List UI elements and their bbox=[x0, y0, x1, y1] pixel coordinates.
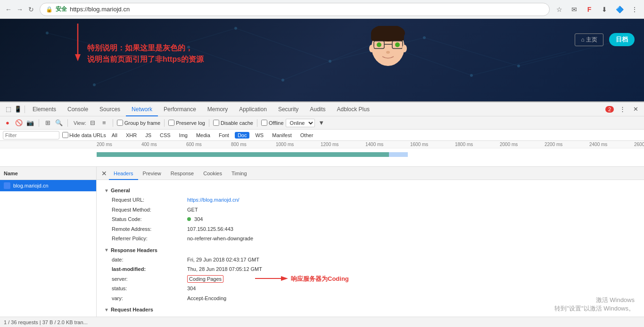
devtools-device-icon[interactable]: 📱 bbox=[13, 105, 23, 114]
feedly-icon[interactable]: F bbox=[584, 4, 595, 15]
server-highlight: Coding Pages bbox=[187, 275, 223, 283]
arrow-annotation bbox=[73, 24, 83, 66]
view-grid-button[interactable]: ⊟ bbox=[88, 118, 98, 128]
general-section-header[interactable]: General bbox=[104, 188, 636, 193]
right-arrow-svg bbox=[255, 275, 288, 282]
timeline-area: 200 ms 400 ms 600 ms 800 ms 1000 ms 1200… bbox=[0, 141, 644, 167]
tab-adblock[interactable]: Adblock Plus bbox=[331, 102, 375, 116]
filter-manifest-button[interactable]: Manifest bbox=[269, 132, 295, 139]
throttle-more-button[interactable]: ▼ bbox=[317, 118, 326, 128]
details-tab-cookies[interactable]: Cookies bbox=[198, 167, 227, 180]
group-frame-checkbox[interactable]: Group by frame bbox=[117, 120, 160, 126]
tab-console[interactable]: Console bbox=[62, 102, 94, 116]
tick-600: 600 ms bbox=[186, 142, 231, 147]
filter-doc-button[interactable]: Doc bbox=[235, 132, 250, 139]
network-item-blog[interactable]: blog.mariojd.cn bbox=[0, 180, 96, 191]
tab-application[interactable]: Application bbox=[233, 102, 272, 116]
filter-img-button[interactable]: Img bbox=[176, 132, 190, 139]
response-status-row: status: 304 bbox=[104, 284, 636, 294]
details-tab-headers[interactable]: Headers bbox=[109, 167, 138, 180]
tab-elements[interactable]: Elements bbox=[27, 102, 62, 116]
refresh-button[interactable]: ↻ bbox=[26, 5, 36, 14]
preserve-log-checkbox[interactable]: Preserve log bbox=[168, 120, 205, 126]
camera-button[interactable]: 📷 bbox=[25, 118, 35, 128]
filter-css-button[interactable]: CSS bbox=[157, 132, 173, 139]
home-button[interactable]: ⌂ 主页 bbox=[575, 33, 603, 46]
view-waterfall-button[interactable]: ≡ bbox=[99, 118, 109, 128]
back-button[interactable]: ← bbox=[4, 5, 13, 14]
filter-font-button[interactable]: Font bbox=[216, 132, 232, 139]
docs-button[interactable]: 日档 bbox=[609, 33, 635, 46]
tab-sources[interactable]: Sources bbox=[94, 102, 126, 116]
network-item-label: blog.mariojd.cn bbox=[13, 183, 49, 188]
extension-icon[interactable]: 🔷 bbox=[614, 4, 625, 15]
request-url-value: https://blog.mariojd.cn/ bbox=[187, 196, 636, 204]
filter-button[interactable]: ⊞ bbox=[43, 118, 52, 128]
response-lastmod-row: last-modified: Thu, 28 Jun 2018 07:05:12… bbox=[104, 264, 636, 274]
bookmark-icon[interactable]: ☆ bbox=[553, 4, 565, 15]
download-icon[interactable]: ⬇ bbox=[599, 4, 610, 15]
tab-audits[interactable]: Audits bbox=[304, 102, 331, 116]
browser-toolbar-right: ☆ ✉ F ⬇ 🔷 ⋮ bbox=[553, 4, 640, 15]
network-toolbar: ● 🚫 📷 ⊞ 🔍 View: ⊟ ≡ Group by frame Prese… bbox=[0, 116, 644, 130]
mail-icon[interactable]: ✉ bbox=[569, 4, 580, 15]
filter-xhr-button[interactable]: XHR bbox=[123, 132, 140, 139]
tick-1000: 1000 ms bbox=[276, 142, 321, 147]
throttle-select[interactable]: Online bbox=[286, 119, 315, 127]
svg-point-11 bbox=[46, 32, 49, 34]
filter-all-button[interactable]: All bbox=[109, 132, 120, 139]
filter-ws-button[interactable]: WS bbox=[252, 132, 266, 139]
menu-icon[interactable]: ⋮ bbox=[629, 4, 640, 15]
request-url-row: Request URL: https://blog.mariojd.cn/ bbox=[104, 195, 636, 205]
page-annotation-text: 特别说明：如果这里是灰色的， 说明当前页面引用了非https的资源 bbox=[87, 42, 204, 65]
details-tab-timing[interactable]: Timing bbox=[227, 167, 252, 180]
devtools-inspect-icon[interactable]: ⬚ bbox=[4, 105, 13, 114]
request-headers-section-header[interactable]: Request Headers bbox=[104, 307, 636, 312]
request-method-key: Request Method: bbox=[112, 206, 187, 214]
response-date-key: date: bbox=[112, 256, 187, 264]
svg-point-16 bbox=[517, 65, 520, 67]
details-tabs: ✕ Headers Preview Response Cookies Timin… bbox=[97, 167, 644, 180]
response-headers-section-header[interactable]: Response Headers bbox=[104, 247, 636, 253]
status-code-value: 304 bbox=[187, 215, 636, 223]
nav-buttons: ← → ↻ bbox=[4, 5, 36, 14]
tab-performance[interactable]: Performance bbox=[158, 102, 202, 116]
devtools-more-icon[interactable]: ⋮ bbox=[618, 105, 627, 114]
url-display: https://blog.mariojd.cn bbox=[70, 6, 130, 13]
address-bar[interactable]: 🔒 安全 https://blog.mariojd.cn bbox=[40, 3, 550, 16]
lock-icon: 🔒 bbox=[46, 6, 53, 13]
tick-200: 200 ms bbox=[97, 142, 141, 147]
svg-marker-37 bbox=[281, 276, 288, 281]
forward-button[interactable]: → bbox=[15, 5, 25, 14]
filter-input[interactable] bbox=[3, 131, 59, 139]
filter-media-button[interactable]: Media bbox=[193, 132, 213, 139]
disable-cache-checkbox[interactable]: Disable cache bbox=[213, 120, 253, 126]
devtools-right-controls: 2 ⋮ ✕ bbox=[605, 105, 640, 114]
server-annotation: 响应服务器为Coding bbox=[255, 274, 349, 284]
devtools-close-icon[interactable]: ✕ bbox=[631, 105, 640, 114]
svg-point-32 bbox=[395, 42, 400, 47]
response-date-value: Fri, 29 Jun 2018 02:43:17 GMT bbox=[187, 256, 636, 264]
filter-other-button[interactable]: Other bbox=[297, 132, 316, 139]
browser-chrome: ← → ↻ 🔒 安全 https://blog.mariojd.cn ☆ ✉ F… bbox=[0, 0, 644, 19]
clear-button[interactable]: 🚫 bbox=[14, 118, 24, 128]
details-panel: ✕ Headers Preview Response Cookies Timin… bbox=[97, 167, 644, 317]
details-close-button[interactable]: ✕ bbox=[99, 169, 109, 178]
record-button[interactable]: ● bbox=[3, 118, 12, 128]
status-bar: 1 / 36 requests | 37 B / 2.0 KB tran... bbox=[0, 317, 644, 327]
main-area: Name blog.mariojd.cn ✕ Headers Preview R… bbox=[0, 167, 644, 317]
page-area: 特别说明：如果这里是灰色的， 说明当前页面引用了非https的资源 bbox=[0, 19, 644, 101]
details-tab-preview[interactable]: Preview bbox=[138, 167, 166, 180]
svg-point-15 bbox=[423, 36, 426, 39]
tab-security[interactable]: Security bbox=[272, 102, 304, 116]
tab-network[interactable]: Network bbox=[126, 102, 158, 116]
response-vary-key: vary: bbox=[112, 294, 187, 302]
offline-checkbox[interactable]: Offline bbox=[261, 120, 284, 126]
search-button[interactable]: 🔍 bbox=[54, 118, 64, 128]
name-panel-header: Name bbox=[0, 167, 96, 180]
filter-js-button[interactable]: JS bbox=[142, 132, 154, 139]
avatar bbox=[368, 26, 408, 72]
details-tab-response[interactable]: Response bbox=[166, 167, 199, 180]
hide-data-urls-checkbox[interactable]: Hide data URLs bbox=[62, 132, 106, 138]
tab-memory[interactable]: Memory bbox=[202, 102, 233, 116]
